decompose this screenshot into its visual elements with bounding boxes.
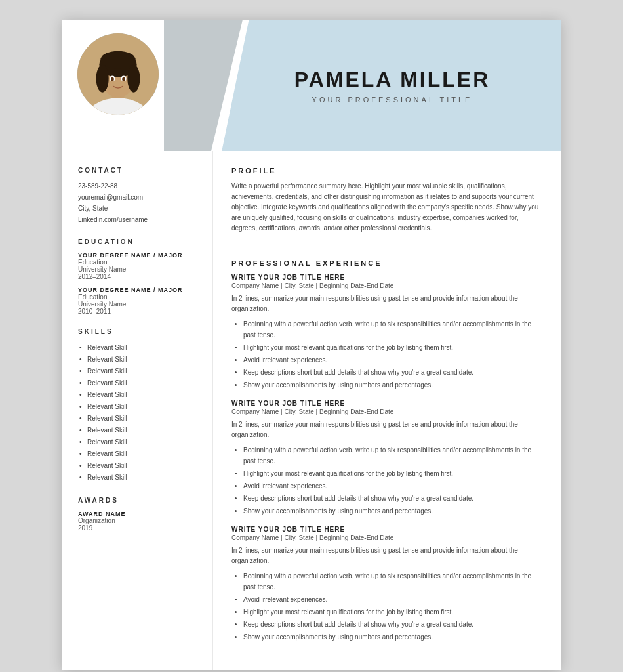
- edu-degree-2: YOUR DEGREE NAME / MAJOR: [78, 287, 199, 293]
- bullet-item: Keep descriptions short but add details …: [243, 493, 542, 504]
- bullet-item: Highlight your most relevant qualificati…: [243, 342, 542, 353]
- contact-section-title: CONTACT: [78, 167, 199, 174]
- resume-document: PAMELA MILLER YOUR PROFESSIONAL TITLE CO…: [62, 20, 561, 670]
- svg-point-6: [96, 65, 109, 93]
- award-year-1: 2019: [78, 524, 199, 532]
- bullet-item: Keep descriptions short but add details …: [243, 367, 542, 378]
- skill-item: Relevant Skill: [78, 366, 199, 377]
- profile-photo: [75, 32, 161, 117]
- bullet-item: Show your accomplishments by using numbe…: [243, 379, 542, 390]
- resume-body: CONTACT 23-589-22-88 youremail@gmail.com…: [62, 151, 561, 670]
- resume-sidebar: CONTACT 23-589-22-88 youremail@gmail.com…: [62, 151, 213, 670]
- bullet-item: Highlight your most relevant qualificati…: [243, 468, 542, 479]
- edu-year-2: 2010–2011: [78, 308, 199, 315]
- jobs-list: WRITE YOUR JOB TITLE HERECompany Name | …: [231, 274, 542, 642]
- bullet-item: Beginning with a powerful action verb, w…: [243, 318, 542, 341]
- bullet-item: Show your accomplishments by using numbe…: [243, 631, 542, 642]
- bullet-item: Avoid irrelevant experiences.: [243, 480, 542, 492]
- job-desc-2: In 2 lines, summarize your main responsi…: [231, 419, 542, 440]
- job-bullets-3: Beginning with a powerful action verb, w…: [231, 570, 542, 642]
- award-org-1: Organization: [78, 517, 199, 524]
- bullet-item: Avoid irrelevant experiences.: [243, 594, 542, 605]
- skills-section-title: SKILLS: [78, 328, 199, 335]
- resume-header: PAMELA MILLER YOUR PROFESSIONAL TITLE: [62, 20, 561, 151]
- svg-point-7: [127, 65, 140, 93]
- edu-school-1: University Name: [78, 266, 199, 273]
- job-entry-3: WRITE YOUR JOB TITLE HERECompany Name | …: [231, 526, 542, 642]
- resume-main: PROFILE Write a powerful performance sum…: [213, 151, 561, 670]
- job-desc-3: In 2 lines, summarize your main responsi…: [231, 545, 542, 566]
- skill-item: Relevant Skill: [78, 436, 199, 448]
- skill-item: Relevant Skill: [78, 425, 199, 436]
- skill-item: Relevant Skill: [78, 413, 199, 425]
- awards-section-title: AWARDS: [78, 497, 199, 504]
- job-bullets-2: Beginning with a powerful action verb, w…: [231, 444, 542, 516]
- award-name-1: AWARD NAME: [78, 511, 199, 517]
- skill-item: Relevant Skill: [78, 448, 199, 460]
- edu-school-2: University Name: [78, 301, 199, 308]
- bullet-item: Highlight your most relevant qualificati…: [243, 606, 542, 618]
- skill-item: Relevant Skill: [78, 472, 199, 484]
- skill-item: Relevant Skill: [78, 354, 199, 366]
- job-company-2: Company Name | City, State | Beginning D…: [231, 408, 542, 415]
- edu-entry-1: YOUR DEGREE NAME / MAJOR Education Unive…: [78, 252, 199, 280]
- experience-section-title: PROFESSIONAL EXPERIENCE: [231, 259, 542, 267]
- contact-location: City, State: [78, 203, 199, 214]
- edu-entry-2: YOUR DEGREE NAME / MAJOR Education Unive…: [78, 287, 199, 315]
- contact-email: youremail@gmail.com: [78, 192, 199, 203]
- education-section-title: EDUCATION: [78, 238, 199, 245]
- candidate-title: YOUR PROFESSIONAL TITLE: [312, 96, 473, 104]
- job-title-1: WRITE YOUR JOB TITLE HERE: [231, 274, 542, 281]
- skill-item: Relevant Skill: [78, 460, 199, 472]
- job-entry-2: WRITE YOUR JOB TITLE HERECompany Name | …: [231, 400, 542, 516]
- skill-item: Relevant Skill: [78, 342, 199, 354]
- job-bullets-1: Beginning with a powerful action verb, w…: [231, 318, 542, 390]
- edu-label-2: Education: [78, 293, 199, 301]
- profile-text: Write a powerful performance summary her…: [231, 181, 542, 234]
- job-entry-1: WRITE YOUR JOB TITLE HERECompany Name | …: [231, 274, 542, 390]
- job-title-2: WRITE YOUR JOB TITLE HERE: [231, 400, 542, 407]
- skill-item: Relevant Skill: [78, 389, 199, 401]
- bullet-item: Beginning with a powerful action verb, w…: [243, 444, 542, 467]
- bullet-item: Keep descriptions short but add details …: [243, 619, 542, 630]
- job-desc-1: In 2 lines, summarize your main responsi…: [231, 293, 542, 314]
- bullet-item: Avoid irrelevant experiences.: [243, 354, 542, 366]
- header-text-block: PAMELA MILLER YOUR PROFESSIONAL TITLE: [237, 20, 561, 151]
- edu-label-1: Education: [78, 259, 199, 266]
- candidate-name: PAMELA MILLER: [294, 68, 491, 92]
- svg-point-12: [122, 77, 125, 81]
- bullet-item: Beginning with a powerful action verb, w…: [243, 570, 542, 593]
- skill-item: Relevant Skill: [78, 377, 199, 389]
- edu-year-1: 2012–2014: [78, 273, 199, 280]
- contact-phone: 23-589-22-88: [78, 180, 199, 192]
- award-entry-1: AWARD NAME Organization 2019: [78, 511, 199, 532]
- contact-linkedin: Linkedin.com/username: [78, 214, 199, 225]
- job-title-3: WRITE YOUR JOB TITLE HERE: [231, 526, 542, 533]
- profile-section-title: PROFILE: [231, 167, 542, 175]
- job-company-3: Company Name | City, State | Beginning D…: [231, 534, 542, 541]
- bullet-item: Show your accomplishments by using numbe…: [243, 505, 542, 516]
- svg-point-11: [111, 77, 114, 81]
- edu-degree-1: YOUR DEGREE NAME / MAJOR: [78, 252, 199, 259]
- job-company-1: Company Name | City, State | Beginning D…: [231, 282, 542, 289]
- profile-divider: [231, 247, 542, 247]
- skills-list: Relevant SkillRelevant SkillRelevant Ski…: [78, 342, 199, 484]
- skill-item: Relevant Skill: [78, 401, 199, 413]
- svg-point-8: [100, 51, 135, 69]
